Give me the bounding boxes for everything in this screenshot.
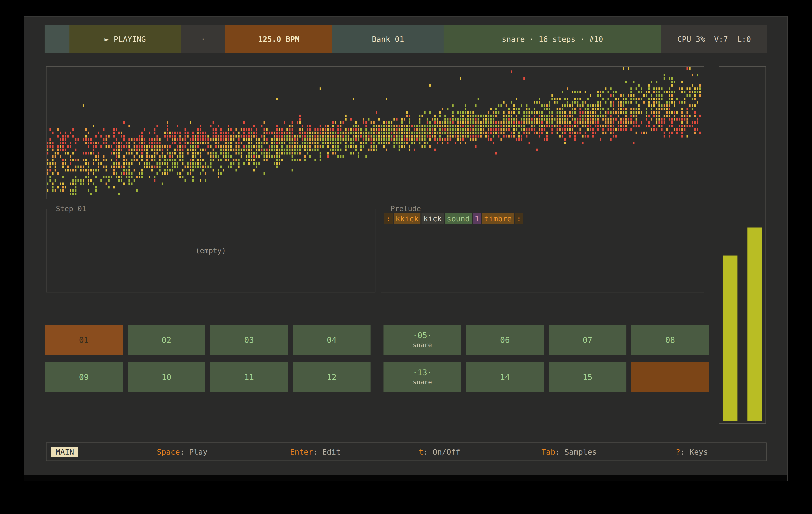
step-number: 03 — [244, 335, 254, 344]
step-number: ·13· — [413, 368, 432, 377]
level-meters-panel — [719, 66, 766, 424]
step-detail-panel: Step 01 (empty) — [46, 209, 375, 293]
key-hint-key: t — [419, 447, 424, 456]
key-hint-key: Enter — [290, 447, 313, 456]
key-hint-key: Tab — [542, 447, 555, 456]
key-hint-space[interactable]: Space: Play — [157, 447, 207, 456]
step-button-03[interactable]: 03 — [210, 325, 288, 355]
level-meter-bar-2 — [748, 228, 762, 421]
step-button-11[interactable]: 11 — [210, 362, 288, 392]
step-number: 12 — [327, 373, 337, 382]
step-number: 09 — [79, 373, 89, 382]
step-button-01[interactable]: 01 — [45, 325, 123, 355]
step-button-10[interactable]: 10 — [127, 362, 205, 392]
step-number: 08 — [665, 335, 675, 344]
prelude-token-2[interactable]: kick — [422, 213, 444, 224]
step-button-12[interactable]: 12 — [293, 362, 371, 392]
step-number: 02 — [162, 335, 171, 344]
prelude-token-1[interactable]: kkick — [394, 213, 420, 224]
prelude-token-3[interactable]: sound — [445, 213, 472, 224]
prelude-token-6[interactable]: : — [515, 213, 523, 224]
key-hint-key: Space — [157, 447, 180, 456]
step-button-04[interactable]: 04 — [293, 325, 371, 355]
step-button-02[interactable]: 02 — [127, 325, 205, 355]
prelude-panel-title: Prelude — [387, 204, 424, 213]
topbar-segment-bank[interactable]: Bank 01 — [332, 25, 443, 53]
prelude-token-5[interactable]: timbre — [482, 213, 514, 224]
key-hint-enter[interactable]: Enter: Edit — [290, 447, 341, 456]
topbar-segment-sync[interactable]: · — [181, 25, 225, 53]
key-hint-label: : Keys — [680, 447, 708, 456]
window-bottom-strip — [24, 475, 787, 481]
topbar-segment-bpm[interactable]: 125.0 BPM — [225, 25, 332, 53]
prelude-code[interactable]: :kkickkicksound1timbre: — [384, 213, 524, 224]
step-number: 10 — [162, 373, 171, 382]
prelude-token-0[interactable]: : — [384, 213, 393, 224]
status-bar: MAIN Space: PlayEnter: Editt: On/OffTab:… — [46, 443, 766, 461]
top-bar: ► PLAYING·125.0 BPMBank 01snare · 16 ste… — [45, 25, 767, 53]
pattern-visualizer-canvas — [47, 67, 704, 199]
key-hint-tab[interactable]: Tab: Samples — [542, 447, 597, 456]
topbar-segment-cpu[interactable]: CPU 3% V:7 L:0 — [661, 25, 767, 53]
key-hint-label: : Play — [180, 447, 207, 456]
step-button-08[interactable]: 08 — [631, 325, 709, 355]
step-grid: 01020304·05·snare060708 09101112·13·snar… — [45, 325, 709, 392]
key-hint-label: : On/Off — [424, 447, 460, 456]
key-hint-label: : Edit — [313, 447, 341, 456]
step-button-09[interactable]: 09 — [45, 362, 123, 392]
prelude-panel: Prelude :kkickkicksound1timbre: — [381, 209, 704, 293]
step-sample-label: snare — [413, 378, 432, 386]
step-number: 06 — [500, 335, 510, 344]
key-hint-help[interactable]: ?: Keys — [676, 447, 708, 456]
mode-badge: MAIN — [51, 447, 78, 457]
topbar-segment-transport[interactable]: ► PLAYING — [69, 25, 181, 53]
step-number: 01 — [79, 335, 89, 344]
step-button-05[interactable]: ·05·snare — [383, 325, 461, 355]
app-root: ► PLAYING·125.0 BPMBank 01snare · 16 ste… — [0, 0, 812, 514]
step-button-16[interactable] — [631, 362, 709, 392]
key-hint-label: : Samples — [555, 447, 597, 456]
step-number: 14 — [500, 373, 510, 382]
app-window: ► PLAYING·125.0 BPMBank 01snare · 16 ste… — [24, 16, 788, 481]
step-number: 15 — [583, 373, 592, 382]
step-empty-label: (empty) — [47, 209, 375, 292]
topbar-segment-corner — [45, 25, 69, 53]
step-button-14[interactable]: 14 — [466, 362, 544, 392]
pattern-visualizer-panel — [46, 66, 704, 199]
step-number: ·05· — [413, 331, 432, 340]
step-number: 07 — [583, 335, 592, 344]
step-button-06[interactable]: 06 — [466, 325, 544, 355]
level-meter-bar-1 — [723, 255, 737, 421]
prelude-token-4[interactable]: 1 — [473, 213, 481, 224]
key-hint-key: ? — [676, 447, 680, 456]
step-button-07[interactable]: 07 — [549, 325, 627, 355]
step-number: 04 — [327, 335, 337, 344]
step-sample-label: snare — [413, 341, 432, 349]
step-row-2: 09101112·13·snare1415 — [45, 362, 709, 392]
topbar-segment-pattern[interactable]: snare · 16 steps · #10 — [443, 25, 661, 53]
step-button-15[interactable]: 15 — [549, 362, 627, 392]
step-button-13[interactable]: ·13·snare — [383, 362, 461, 392]
step-row-1: 01020304·05·snare060708 — [45, 325, 709, 355]
step-number: 11 — [244, 373, 254, 382]
key-hint-t[interactable]: t: On/Off — [419, 447, 460, 456]
